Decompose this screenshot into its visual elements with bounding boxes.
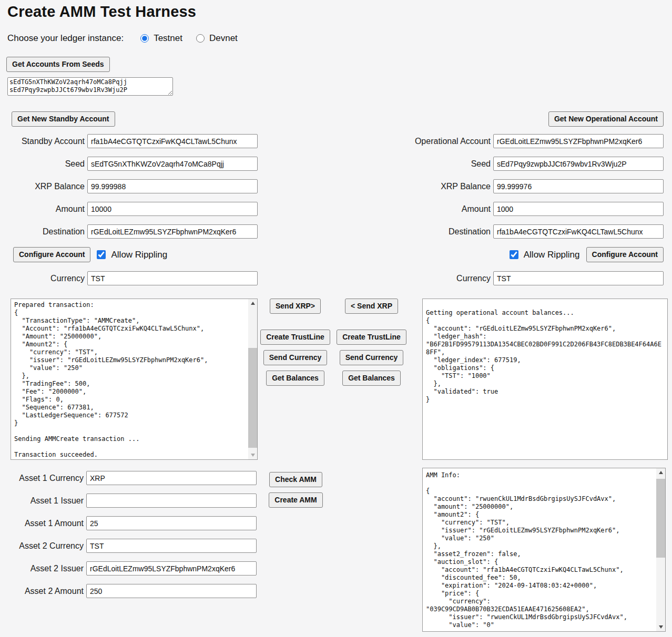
operational-send-xrp-button[interactable]: < Send XRP: [345, 299, 398, 314]
amm-info-log[interactable]: AMM Info: { "account": "rwuenCkUL1MdrBsd…: [422, 468, 666, 632]
scroll-down-icon: [251, 454, 255, 457]
operational-configure-account-button[interactable]: Configure Account: [586, 247, 664, 262]
standby-account-panel: Get New Standby Account Standby Account …: [0, 111, 258, 294]
amm-info-text: AMM Info: { "account": "rwuenCkUL1MdrBsd…: [423, 468, 665, 631]
operational-account-label: Operational Account: [405, 137, 493, 146]
operational-currency-label: Currency: [405, 274, 493, 283]
seeds-textarea[interactable]: sEdTG5nXThKWZoV2aqrh47oMCa8Pqjj sEd7Pqy9…: [7, 77, 173, 96]
operational-results-text: Getting operational account balances... …: [423, 299, 667, 406]
standby-allow-rippling-label: Allow Rippling: [111, 250, 167, 260]
operational-destination-input[interactable]: [493, 224, 664, 239]
standby-amount-input[interactable]: [87, 202, 258, 216]
amm-log-scrollbar[interactable]: [656, 468, 665, 631]
operational-create-trustline-button[interactable]: Create TrustLine: [337, 330, 406, 345]
check-amm-button[interactable]: Check AMM: [269, 472, 322, 487]
scroll-down-button[interactable]: [656, 623, 665, 631]
standby-currency-label: Currency: [0, 274, 87, 283]
operational-seed-input[interactable]: [493, 157, 664, 171]
standby-log-scrollbar-thumb[interactable]: [248, 348, 257, 448]
get-accounts-from-seeds-button[interactable]: Get Accounts From Seeds: [6, 57, 110, 72]
standby-destination-label: Destination: [0, 227, 87, 237]
ledger-instance-label: Choose your ledger instance:: [7, 33, 124, 44]
transfer-actions: Send XRP> Create TrustLine Send Currency…: [260, 299, 413, 391]
operational-account-panel: Get New Operational Account Operational …: [405, 111, 664, 294]
operational-amount-label: Amount: [405, 204, 493, 214]
standby-log-scrollbar[interactable]: [248, 299, 257, 459]
create-amm-test-harness-page: Create AMM Test Harness Choose your ledg…: [0, 0, 672, 637]
get-new-operational-account-button[interactable]: Get New Operational Account: [548, 111, 664, 127]
standby-account-input[interactable]: [87, 134, 258, 148]
standby-xrp-balance-input[interactable]: [87, 179, 258, 193]
standby-allow-rippling-checkbox[interactable]: [97, 250, 106, 259]
standby-account-label: Standby Account: [0, 137, 87, 146]
devnet-radio[interactable]: [196, 34, 205, 43]
scroll-up-icon: [251, 302, 255, 305]
standby-destination-input[interactable]: [87, 224, 258, 239]
operational-amount-input[interactable]: [493, 202, 664, 216]
operational-results-log[interactable]: Getting operational account balances... …: [422, 299, 668, 460]
asset1-currency-label: Asset 1 Currency: [0, 474, 86, 483]
scroll-down-icon: [659, 625, 663, 629]
scroll-up-icon: [659, 471, 663, 474]
standby-get-balances-button[interactable]: Get Balances: [266, 371, 324, 386]
amm-asset-panel: Asset 1 Currency Asset 1 Issuer Asset 1 …: [0, 468, 257, 607]
standby-configure-account-button[interactable]: Configure Account: [13, 247, 90, 262]
create-amm-button[interactable]: Create AMM: [269, 492, 322, 508]
scroll-down-button[interactable]: [248, 451, 257, 459]
operational-currency-input[interactable]: [493, 271, 664, 285]
operational-account-input[interactable]: [493, 134, 664, 148]
testnet-radio-option[interactable]: Testnet: [140, 33, 182, 44]
operational-seed-label: Seed: [405, 159, 493, 169]
devnet-radio-label: Devnet: [209, 33, 238, 44]
operational-destination-label: Destination: [405, 227, 493, 237]
testnet-radio-label: Testnet: [154, 33, 182, 44]
page-title: Create AMM Test Harness: [7, 3, 196, 20]
asset1-amount-input[interactable]: [86, 516, 257, 530]
standby-currency-input[interactable]: [87, 271, 258, 285]
standby-seed-input[interactable]: [87, 157, 258, 171]
asset1-issuer-label: Asset 1 Issuer: [0, 496, 86, 506]
standby-send-xrp-button[interactable]: Send XRP>: [270, 299, 321, 314]
operational-allow-rippling-checkbox[interactable]: [510, 250, 518, 259]
standby-create-trustline-button[interactable]: Create TrustLine: [260, 330, 330, 345]
operational-get-balances-button[interactable]: Get Balances: [342, 371, 401, 386]
standby-send-currency-button[interactable]: Send Currency: [263, 350, 328, 365]
asset1-currency-input[interactable]: [86, 471, 257, 485]
asset2-currency-label: Asset 2 Currency: [0, 541, 86, 551]
testnet-radio[interactable]: [140, 34, 149, 43]
amm-log-scrollbar-thumb[interactable]: [656, 479, 665, 558]
scroll-up-button[interactable]: [248, 299, 257, 307]
standby-xrp-balance-label: XRP Balance: [0, 182, 87, 191]
asset2-issuer-input[interactable]: [86, 561, 257, 576]
standby-actions-column: Send XRP> Create TrustLine Send Currency…: [260, 299, 330, 391]
standby-seed-label: Seed: [0, 159, 87, 169]
operational-send-currency-button[interactable]: Send Currency: [340, 350, 404, 365]
asset1-amount-label: Asset 1 Amount: [0, 519, 86, 528]
asset2-amount-label: Asset 2 Amount: [0, 587, 86, 596]
operational-xrp-balance-input[interactable]: [493, 179, 664, 193]
standby-results-text: Prepared transaction: { "TransactionType…: [11, 299, 257, 460]
operational-allow-rippling-label: Allow Rippling: [524, 250, 580, 260]
ledger-instance-chooser: Choose your ledger instance: Testnet Dev…: [7, 33, 251, 44]
scroll-up-button[interactable]: [656, 468, 665, 477]
operational-xrp-balance-label: XRP Balance: [405, 182, 493, 191]
get-new-standby-account-button[interactable]: Get New Standby Account: [12, 111, 115, 127]
standby-amount-label: Amount: [0, 204, 87, 214]
asset2-issuer-label: Asset 2 Issuer: [0, 564, 86, 573]
asset2-amount-input[interactable]: [86, 584, 257, 598]
standby-results-log[interactable]: Prepared transaction: { "TransactionType…: [11, 299, 258, 460]
amm-actions: Check AMM Create AMM: [260, 472, 331, 513]
operational-actions-column: < Send XRP Create TrustLine Send Currenc…: [330, 299, 413, 391]
asset1-issuer-input[interactable]: [86, 494, 257, 508]
devnet-radio-option[interactable]: Devnet: [196, 33, 238, 44]
asset2-currency-input[interactable]: [86, 539, 257, 553]
